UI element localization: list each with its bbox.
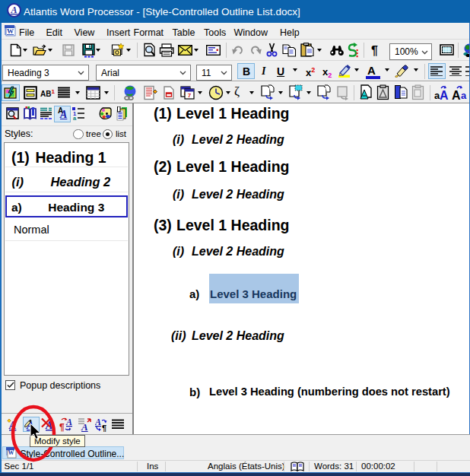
svg-text:W: W (7, 27, 14, 35)
svg-text:A: A (95, 417, 101, 427)
svg-text:¶: ¶ (102, 424, 106, 432)
svg-text:a: a (461, 90, 467, 100)
svg-text:7: 7 (188, 92, 192, 99)
svg-text:A: A (81, 421, 88, 432)
svg-text:A: A (452, 89, 461, 100)
svg-text:A: A (440, 89, 449, 100)
svg-text:a: a (73, 115, 77, 120)
